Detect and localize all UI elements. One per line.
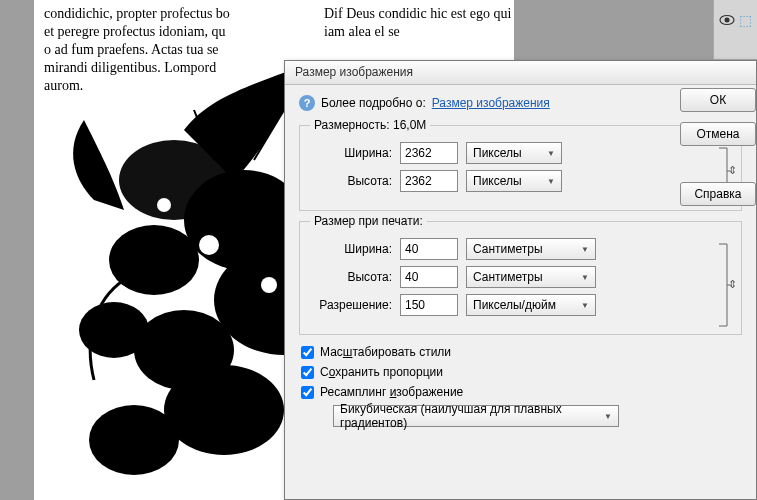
resample-label: Ресамплинг изображение (320, 385, 463, 399)
svg-text:condidichic, propter profectus: condidichic, propter profectus bo (44, 6, 230, 21)
info-prefix: Более подробно о: (321, 96, 426, 110)
pixel-height-input[interactable] (400, 170, 458, 192)
print-height-input[interactable] (400, 266, 458, 288)
help-button[interactable]: Справка (680, 182, 756, 206)
svg-text:Dif Deus condidic hic est ego : Dif Deus condidic hic est ego qui h (324, 6, 514, 21)
chevron-down-icon: ▼ (581, 245, 589, 254)
resample-method-select[interactable]: Бикубическая (наилучшая для плавных град… (333, 405, 619, 427)
pixel-width-unit-select[interactable]: Пикселы ▼ (466, 142, 562, 164)
document-size-group: Размер при печати: Ширина: Сантиметры ▼ … (299, 221, 742, 335)
pixel-dimensions-group: Размерность: 16,0M Ширина: Пикселы ▼ Выс… (299, 125, 742, 211)
scale-styles-label: Масштабировать стили (320, 345, 451, 359)
constrain-label: Сохранить пропорции (320, 365, 443, 379)
cancel-button[interactable]: Отмена (680, 122, 756, 146)
svg-point-20 (725, 18, 730, 23)
chevron-down-icon: ▼ (581, 273, 589, 282)
width-label: Ширина: (312, 146, 392, 160)
resample-checkbox[interactable] (301, 386, 314, 399)
help-icon[interactable]: ? (299, 95, 315, 111)
svg-point-17 (261, 277, 277, 293)
pixel-height-unit-select[interactable]: Пикселы ▼ (466, 170, 562, 192)
dim-legend-prefix: Размерность: (314, 118, 390, 132)
visibility-eye-icon[interactable] (719, 12, 735, 28)
ok-button[interactable]: ОК (680, 88, 756, 112)
height-label: Высота: (312, 174, 392, 188)
dialog-buttons: ОК Отмена Справка (680, 88, 756, 206)
print-height-label: Высота: (312, 270, 392, 284)
dialog-title: Размер изображения (295, 65, 413, 79)
svg-text:o ad fum praefens. Actas tua s: o ad fum praefens. Actas tua se (44, 42, 219, 57)
chevron-down-icon: ▼ (581, 301, 589, 310)
svg-point-15 (89, 405, 179, 475)
info-link[interactable]: Размер изображения (432, 96, 550, 110)
constrain-link-icon[interactable]: ⇕ (717, 240, 735, 330)
resolution-unit-select[interactable]: Пикселы/дюйм ▼ (466, 294, 596, 316)
scale-styles-checkbox[interactable] (301, 346, 314, 359)
chevron-down-icon: ▼ (604, 412, 612, 421)
resolution-input[interactable] (400, 294, 458, 316)
print-legend: Размер при печати: (310, 214, 427, 228)
svg-point-10 (109, 225, 199, 295)
print-height-unit-select[interactable]: Сантиметры ▼ (466, 266, 596, 288)
print-width-label: Ширина: (312, 242, 392, 256)
print-width-unit-select[interactable]: Сантиметры ▼ (466, 238, 596, 260)
svg-text:aurom.: aurom. (44, 78, 83, 93)
svg-text:mirandi diligentibus. Lompord: mirandi diligentibus. Lompord (44, 60, 216, 75)
constrain-proportions-checkbox[interactable] (301, 366, 314, 379)
workspace: condidichic, propter profectus bo et per… (0, 0, 757, 500)
link-icon[interactable]: ⬚ (739, 12, 752, 28)
pixel-width-input[interactable] (400, 142, 458, 164)
svg-text:et peregre profectus idoniam, : et peregre profectus idoniam, qu (44, 24, 226, 39)
dialog-title-bar[interactable]: Размер изображения (285, 61, 756, 85)
print-width-input[interactable] (400, 238, 458, 260)
chevron-down-icon: ▼ (547, 149, 555, 158)
svg-point-18 (157, 198, 171, 212)
layers-panel-strip: ⬚ (713, 0, 757, 60)
svg-text:iam alea el se: iam alea el se (324, 24, 400, 39)
dim-size: 16,0M (393, 118, 426, 132)
svg-point-14 (164, 365, 284, 455)
chevron-down-icon: ▼ (547, 177, 555, 186)
resolution-label: Разрешение: (312, 298, 392, 312)
svg-point-16 (199, 235, 219, 255)
